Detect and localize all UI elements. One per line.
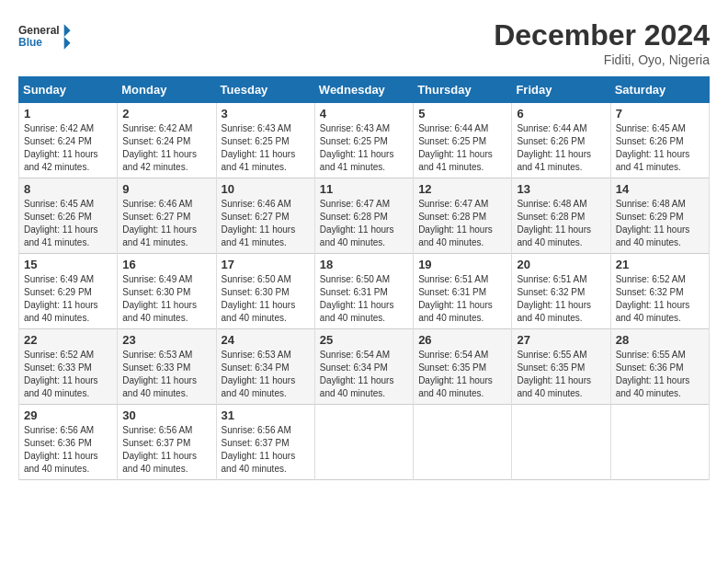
day-number: 13 (517, 182, 605, 196)
day-number: 25 (320, 333, 408, 347)
calendar-cell: 22 Sunrise: 6:52 AMSunset: 6:33 PMDaylig… (19, 329, 118, 405)
day-number: 18 (320, 258, 408, 271)
calendar-cell: 29 Sunrise: 6:56 AMSunset: 6:36 PMDaylig… (19, 405, 118, 480)
day-number: 17 (222, 258, 310, 271)
calendar-cell (314, 405, 413, 480)
location: Fiditi, Oyo, Nigeria (494, 52, 710, 67)
calendar-cell: 14 Sunrise: 6:48 AMSunset: 6:29 PMDaylig… (610, 178, 709, 254)
calendar-cell: 20 Sunrise: 6:51 AMSunset: 6:32 PMDaylig… (512, 254, 610, 329)
day-number: 21 (616, 258, 704, 271)
calendar-cell: 30 Sunrise: 6:56 AMSunset: 6:37 PMDaylig… (118, 405, 216, 480)
day-number: 3 (222, 107, 310, 121)
day-info: Sunrise: 6:49 AMSunset: 6:30 PMDaylight:… (122, 273, 210, 325)
day-info: Sunrise: 6:45 AMSunset: 6:26 PMDaylight:… (24, 198, 112, 249)
day-number: 31 (222, 408, 310, 422)
day-info: Sunrise: 6:43 AMSunset: 6:25 PMDaylight:… (320, 122, 408, 174)
day-number: 30 (122, 408, 210, 422)
day-info: Sunrise: 6:53 AMSunset: 6:33 PMDaylight:… (122, 349, 210, 400)
calendar-cell: 18 Sunrise: 6:50 AMSunset: 6:31 PMDaylig… (314, 254, 413, 329)
day-info: Sunrise: 6:54 AMSunset: 6:34 PMDaylight:… (320, 349, 408, 400)
calendar-cell: 12 Sunrise: 6:47 AMSunset: 6:28 PMDaylig… (414, 178, 512, 254)
calendar-cell: 3 Sunrise: 6:43 AMSunset: 6:25 PMDayligh… (216, 103, 314, 178)
day-number: 4 (320, 107, 408, 121)
calendar-cell: 6 Sunrise: 6:44 AMSunset: 6:26 PMDayligh… (512, 103, 610, 178)
calendar-cell (414, 405, 512, 480)
day-info: Sunrise: 6:47 AMSunset: 6:28 PMDaylight:… (320, 198, 408, 249)
calendar-cell: 25 Sunrise: 6:54 AMSunset: 6:34 PMDaylig… (314, 329, 413, 405)
day-info: Sunrise: 6:45 AMSunset: 6:26 PMDaylight:… (616, 122, 704, 174)
day-info: Sunrise: 6:44 AMSunset: 6:26 PMDaylight:… (517, 122, 605, 174)
calendar-cell: 4 Sunrise: 6:43 AMSunset: 6:25 PMDayligh… (314, 103, 413, 178)
calendar-cell: 28 Sunrise: 6:55 AMSunset: 6:36 PMDaylig… (610, 329, 709, 405)
day-number: 15 (24, 258, 112, 271)
calendar-cell: 8 Sunrise: 6:45 AMSunset: 6:26 PMDayligh… (19, 178, 118, 254)
day-info: Sunrise: 6:54 AMSunset: 6:35 PMDaylight:… (418, 349, 506, 400)
day-info: Sunrise: 6:42 AMSunset: 6:24 PMDaylight:… (24, 122, 112, 174)
day-number: 14 (616, 182, 704, 196)
day-number: 10 (222, 182, 310, 196)
calendar-cell (512, 405, 610, 480)
col-saturday: Saturday (610, 77, 709, 103)
col-tuesday: Tuesday (216, 77, 314, 103)
calendar-cell: 17 Sunrise: 6:50 AMSunset: 6:30 PMDaylig… (216, 254, 314, 329)
day-number: 12 (418, 182, 506, 196)
day-number: 2 (122, 107, 210, 121)
calendar-cell: 31 Sunrise: 6:56 AMSunset: 6:37 PMDaylig… (216, 405, 314, 480)
calendar-cell: 21 Sunrise: 6:52 AMSunset: 6:32 PMDaylig… (610, 254, 709, 329)
day-number: 9 (122, 182, 210, 196)
calendar-header-row: Sunday Monday Tuesday Wednesday Thursday… (19, 77, 710, 103)
calendar-week-row: 29 Sunrise: 6:56 AMSunset: 6:36 PMDaylig… (19, 405, 710, 480)
col-monday: Monday (118, 77, 216, 103)
calendar-cell (610, 405, 709, 480)
day-info: Sunrise: 6:52 AMSunset: 6:33 PMDaylight:… (24, 349, 112, 400)
col-friday: Friday (512, 77, 610, 103)
calendar-week-row: 15 Sunrise: 6:49 AMSunset: 6:29 PMDaylig… (19, 254, 710, 329)
day-info: Sunrise: 6:55 AMSunset: 6:35 PMDaylight:… (517, 349, 605, 400)
day-number: 23 (122, 333, 210, 347)
calendar-cell: 10 Sunrise: 6:46 AMSunset: 6:27 PMDaylig… (216, 178, 314, 254)
day-info: Sunrise: 6:47 AMSunset: 6:28 PMDaylight:… (418, 198, 506, 249)
calendar-cell: 13 Sunrise: 6:48 AMSunset: 6:28 PMDaylig… (512, 178, 610, 254)
day-info: Sunrise: 6:50 AMSunset: 6:31 PMDaylight:… (320, 273, 408, 325)
title-area: December 2024 Fiditi, Oyo, Nigeria (494, 18, 710, 67)
day-number: 20 (517, 258, 605, 271)
calendar-cell: 23 Sunrise: 6:53 AMSunset: 6:33 PMDaylig… (118, 329, 216, 405)
calendar-cell: 5 Sunrise: 6:44 AMSunset: 6:25 PMDayligh… (414, 103, 512, 178)
month-title: December 2024 (494, 18, 710, 52)
calendar-week-row: 8 Sunrise: 6:45 AMSunset: 6:26 PMDayligh… (19, 178, 710, 254)
day-number: 28 (616, 333, 704, 347)
calendar-cell: 26 Sunrise: 6:54 AMSunset: 6:35 PMDaylig… (414, 329, 512, 405)
calendar-cell: 11 Sunrise: 6:47 AMSunset: 6:28 PMDaylig… (314, 178, 413, 254)
calendar-cell: 1 Sunrise: 6:42 AMSunset: 6:24 PMDayligh… (19, 103, 118, 178)
calendar-cell: 16 Sunrise: 6:49 AMSunset: 6:30 PMDaylig… (118, 254, 216, 329)
day-info: Sunrise: 6:52 AMSunset: 6:32 PMDaylight:… (616, 273, 704, 325)
day-number: 5 (418, 107, 506, 121)
day-number: 19 (418, 258, 506, 271)
day-number: 16 (122, 258, 210, 271)
day-info: Sunrise: 6:51 AMSunset: 6:32 PMDaylight:… (517, 273, 605, 325)
day-number: 26 (418, 333, 506, 347)
day-info: Sunrise: 6:56 AMSunset: 6:37 PMDaylight:… (122, 424, 210, 476)
calendar-cell: 7 Sunrise: 6:45 AMSunset: 6:26 PMDayligh… (610, 103, 709, 178)
day-info: Sunrise: 6:55 AMSunset: 6:36 PMDaylight:… (616, 349, 704, 400)
day-info: Sunrise: 6:46 AMSunset: 6:27 PMDaylight:… (122, 198, 210, 249)
calendar-cell: 24 Sunrise: 6:53 AMSunset: 6:34 PMDaylig… (216, 329, 314, 405)
day-number: 8 (24, 182, 112, 196)
calendar-cell: 19 Sunrise: 6:51 AMSunset: 6:31 PMDaylig… (414, 254, 512, 329)
day-info: Sunrise: 6:46 AMSunset: 6:27 PMDaylight:… (222, 198, 310, 249)
logo: General Blue (18, 18, 74, 55)
day-info: Sunrise: 6:44 AMSunset: 6:25 PMDaylight:… (418, 122, 506, 174)
col-sunday: Sunday (19, 77, 118, 103)
header: General Blue December 2024 Fiditi, Oyo, … (18, 18, 710, 67)
calendar-week-row: 1 Sunrise: 6:42 AMSunset: 6:24 PMDayligh… (19, 103, 710, 178)
svg-marker-2 (64, 24, 71, 49)
day-number: 29 (24, 408, 112, 422)
svg-text:Blue: Blue (18, 36, 42, 49)
day-info: Sunrise: 6:51 AMSunset: 6:31 PMDaylight:… (418, 273, 506, 325)
day-info: Sunrise: 6:48 AMSunset: 6:28 PMDaylight:… (517, 198, 605, 249)
day-number: 7 (616, 107, 704, 121)
svg-text:General: General (18, 24, 60, 37)
calendar-cell: 9 Sunrise: 6:46 AMSunset: 6:27 PMDayligh… (118, 178, 216, 254)
day-info: Sunrise: 6:48 AMSunset: 6:29 PMDaylight:… (616, 198, 704, 249)
day-number: 24 (222, 333, 310, 347)
